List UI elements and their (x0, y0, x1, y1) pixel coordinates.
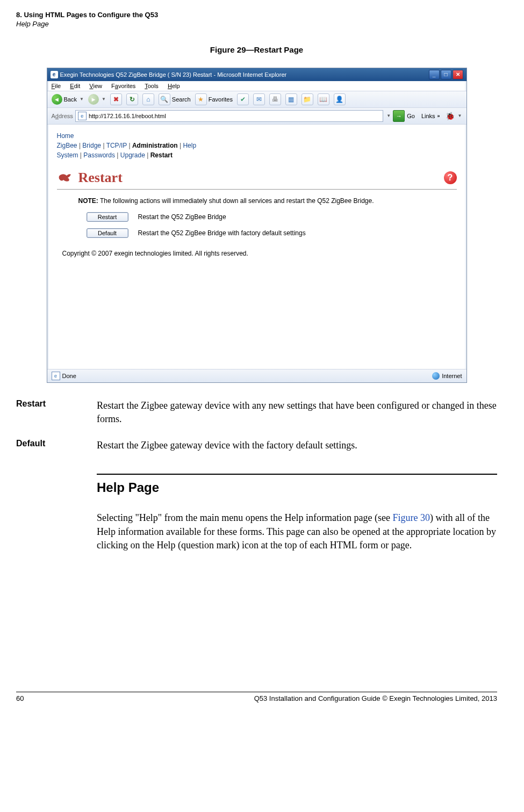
forward-button[interactable]: ► ▼ (88, 94, 106, 105)
links-expand-icon[interactable]: » (437, 113, 440, 119)
address-field[interactable]: e http://172.16.16.1/reboot.html (75, 110, 383, 122)
crumb-system[interactable]: System (57, 151, 78, 159)
search-icon: 🔍 (159, 93, 170, 105)
page-content: Home ZigBee | Bridge | TCP/IP | Administ… (47, 125, 466, 369)
print-button[interactable]: 🖶 (269, 93, 281, 105)
chevron-down-icon: ▼ (458, 113, 462, 118)
crumb-zigbee[interactable]: ZigBee (57, 142, 77, 149)
note-body: The following actions will immediately s… (98, 197, 374, 205)
status-text: Done (62, 373, 76, 379)
chapter-title: 8. Using HTML Pages to Configure the Q53 (16, 11, 497, 20)
running-header: 8. Using HTML Pages to Configure the Q53… (16, 11, 497, 29)
stop-button[interactable]: ✖ (110, 93, 122, 105)
search-button[interactable]: 🔍 Search (159, 93, 191, 105)
status-bar: e Done Internet (47, 369, 466, 382)
crumb-help[interactable]: Help (183, 142, 196, 149)
default-button[interactable]: Default (87, 228, 128, 238)
help-icon[interactable]: ? (444, 171, 457, 184)
menu-file[interactable]: File (52, 83, 61, 89)
crumb-restart[interactable]: Restart (150, 151, 173, 159)
footer-text: Q53 Installation and Configuration Guide… (254, 694, 497, 702)
term-default: Default (16, 439, 97, 452)
menu-tools[interactable]: Tools (145, 83, 159, 89)
favorites-button[interactable]: ★ Favorites (195, 93, 233, 105)
menu-help[interactable]: Help (168, 83, 180, 89)
plugin-icon[interactable]: 🐞 (446, 112, 455, 120)
page-heading: Restart (78, 170, 123, 186)
back-button[interactable]: ◄ Back ▼ (52, 94, 84, 105)
figure-ref-link[interactable]: Figure 30 (393, 512, 430, 523)
term-restart: Restart (16, 399, 97, 426)
logo-icon (57, 171, 73, 184)
titlebar: e Exegin Technologies Q52 ZigBee Bridge … (47, 68, 466, 81)
star-icon: ★ (195, 93, 207, 105)
address-label: Address (52, 113, 73, 119)
crumb-home[interactable]: Home (57, 132, 74, 140)
crumb-upgrade[interactable]: Upgrade (120, 151, 145, 159)
menu-bar: File Edit View Favorites Tools Help (47, 81, 466, 91)
forward-icon: ► (88, 94, 99, 105)
home-button[interactable]: ⌂ (142, 93, 154, 105)
note-text: NOTE: The following actions will immedia… (78, 197, 457, 205)
default-desc: Restart the Q52 ZigBee Bridge with facto… (138, 229, 306, 237)
go-button[interactable]: → (393, 110, 405, 122)
search-label: Search (172, 96, 191, 103)
mail-button[interactable]: ✉ (253, 93, 265, 105)
back-label: Back (64, 96, 77, 103)
maximize-button[interactable]: □ (441, 70, 451, 79)
page-number: 60 (16, 694, 24, 702)
desc-restart: Restart the Zigbee gateway device with a… (97, 399, 497, 426)
crumb-passwords[interactable]: Passwords (83, 151, 115, 159)
links-label[interactable]: Links (421, 113, 435, 119)
crumb-tcpip[interactable]: TCP/IP (106, 142, 127, 149)
menu-edit[interactable]: Edit (70, 83, 80, 89)
ie-icon: e (51, 71, 58, 78)
help-body-pre: Selecting "Help" from the main menu open… (97, 512, 393, 523)
chevron-down-icon: ▼ (80, 97, 84, 102)
page-footer: 60 Q53 Installation and Configuration Gu… (16, 692, 497, 713)
section-name: Help Page (16, 20, 497, 29)
section-heading: Help Page (97, 480, 497, 495)
history-button[interactable]: ✔ (237, 93, 249, 105)
crumb-administration[interactable]: Administration (132, 142, 178, 149)
menu-favorites[interactable]: Favorites (111, 83, 135, 89)
minimize-button[interactable]: _ (429, 70, 440, 79)
desc-default: Restart the Zigbee gateway device with t… (97, 439, 497, 452)
research-button[interactable]: 📖 (318, 93, 329, 105)
restart-desc: Restart the Q52 ZigBee Bridge (138, 213, 226, 221)
note-label: NOTE: (78, 197, 98, 205)
go-label: Go (407, 113, 415, 119)
edit-button[interactable]: ▦ (285, 93, 297, 105)
breadcrumb: Home ZigBee | Bridge | TCP/IP | Administ… (57, 131, 457, 160)
crumb-bridge[interactable]: Bridge (82, 142, 101, 149)
url-text: http://172.16.16.1/reboot.html (89, 113, 166, 119)
window-title: Exegin Technologies Q52 ZigBee Bridge ( … (60, 71, 287, 78)
help-body: Selecting "Help" from the main menu open… (97, 511, 497, 552)
toolbar: ◄ Back ▼ ► ▼ ✖ ↻ ⌂ 🔍 Search ★ Favorites … (47, 91, 466, 108)
close-button[interactable]: ✕ (453, 70, 463, 79)
page-icon: e (78, 112, 87, 120)
refresh-button[interactable]: ↻ (126, 93, 138, 105)
messenger-button[interactable]: 👤 (334, 93, 346, 105)
copyright-text: Copyright © 2007 exegin technologies lim… (62, 250, 457, 257)
favorites-label: Favorites (209, 96, 233, 103)
restart-button[interactable]: Restart (87, 212, 128, 222)
globe-icon (432, 372, 440, 380)
figure-caption: Figure 29—Restart Page (16, 45, 497, 54)
menu-view[interactable]: View (89, 83, 102, 89)
chevron-down-icon[interactable]: ▼ (386, 113, 391, 118)
chevron-down-icon: ▼ (102, 97, 106, 102)
zone-text: Internet (442, 373, 462, 379)
section-rule (97, 474, 497, 475)
page-icon: e (52, 372, 60, 380)
address-bar: Address e http://172.16.16.1/reboot.html… (47, 108, 466, 125)
back-icon: ◄ (52, 94, 62, 105)
ie-window: e Exegin Technologies Q52 ZigBee Bridge … (47, 68, 467, 383)
folder-button[interactable]: 📁 (302, 93, 313, 105)
